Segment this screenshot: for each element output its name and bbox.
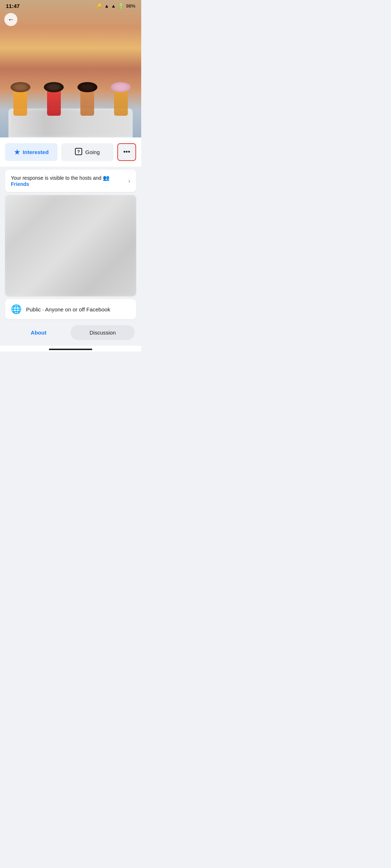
home-indicator xyxy=(0,346,141,352)
battery-icon: 🔋 xyxy=(118,3,124,9)
more-button[interactable]: ••• xyxy=(117,143,136,161)
status-bar: 11:47 🔑 ▲ ▲ 🔋 98% xyxy=(0,0,141,10)
donut-4 xyxy=(111,82,131,92)
more-icon: ••• xyxy=(123,148,130,156)
battery-percent: 98% xyxy=(126,3,135,9)
star-icon: ★ xyxy=(14,148,20,156)
hero-image-container: ← xyxy=(0,0,141,137)
back-arrow-icon: ← xyxy=(8,16,14,24)
event-tab-bar: About Discussion xyxy=(5,324,136,341)
friends-icon: 👥 xyxy=(103,175,110,181)
visibility-text: Your response is visible to the hosts an… xyxy=(11,175,128,187)
tab-discussion[interactable]: Discussion xyxy=(71,325,135,340)
glass-1 xyxy=(13,90,27,116)
chevron-right-icon: › xyxy=(128,177,130,185)
action-buttons-row: ★ Interested ? Going ••• xyxy=(0,137,141,167)
tab-about[interactable]: About xyxy=(7,325,71,340)
donut-1 xyxy=(10,82,30,92)
friends-label: Friends xyxy=(11,181,29,187)
visibility-row[interactable]: Your response is visible to the hosts an… xyxy=(5,170,136,192)
hero-image xyxy=(0,0,141,137)
globe-icon: 🌐 xyxy=(11,304,22,314)
status-icons: 🔑 ▲ ▲ 🔋 98% xyxy=(96,3,135,9)
interested-button[interactable]: ★ Interested xyxy=(5,143,58,161)
back-button[interactable]: ← xyxy=(4,13,17,26)
event-content-card xyxy=(5,195,136,296)
svg-text:?: ? xyxy=(77,149,80,154)
public-text: Public · Anyone on or off Facebook xyxy=(26,306,110,312)
glass-2 xyxy=(47,90,61,116)
going-icon: ? xyxy=(75,148,82,157)
public-visibility-row: 🌐 Public · Anyone on or off Facebook xyxy=(5,299,136,319)
glass-4 xyxy=(114,90,128,116)
key-icon: 🔑 xyxy=(96,3,102,9)
glass-3 xyxy=(80,90,94,116)
donut-3 xyxy=(77,82,97,92)
wifi-icon: ▲ xyxy=(104,3,109,9)
interested-label: Interested xyxy=(23,149,49,155)
status-time: 11:47 xyxy=(6,3,20,9)
donut-2 xyxy=(44,82,64,92)
signal-icon: ▲ xyxy=(111,3,116,9)
going-button[interactable]: ? Going xyxy=(61,143,114,161)
going-label: Going xyxy=(85,149,100,155)
blurred-content xyxy=(5,195,136,296)
home-bar xyxy=(49,349,92,350)
